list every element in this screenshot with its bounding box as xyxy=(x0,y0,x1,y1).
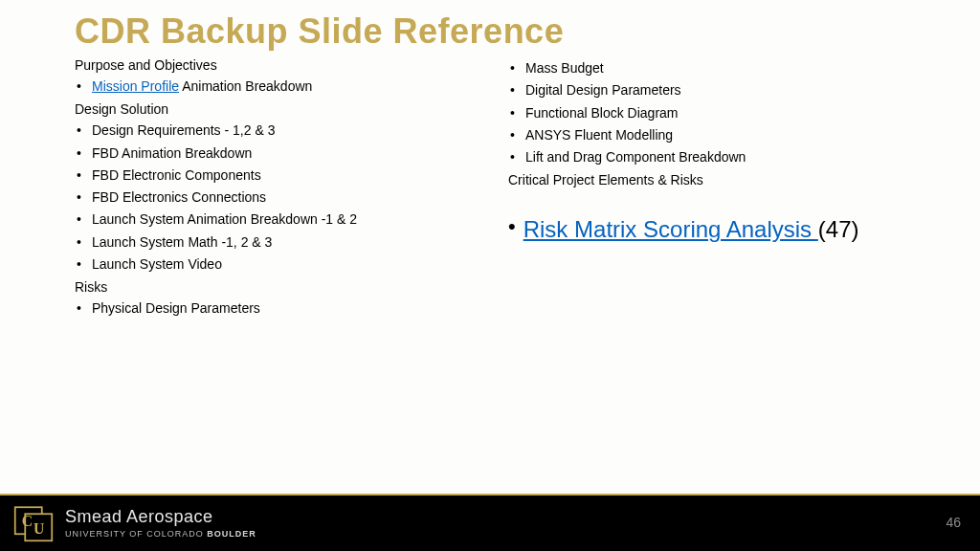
list-item: Launch System Video xyxy=(75,254,489,274)
list-item: Mission Profile Animation Breakdown xyxy=(75,77,489,96)
list-item-text: Physical Design Parameters xyxy=(92,300,260,316)
list-item: Lift and Drag Component Breakdown xyxy=(508,147,923,166)
section-heading-risks: Risks xyxy=(75,279,489,295)
list-item: Design Requirements - 1,2 & 3 xyxy=(75,121,489,140)
cu-logo-icon: C U xyxy=(13,502,54,542)
list-item-text: Launch System Animation Breakdown -1 & 2 xyxy=(92,211,357,227)
brand-text: Smead Aerospace UNIVERSITY OF COLORADO B… xyxy=(65,507,256,539)
big-link-container: Risk Matrix Scoring Analysis (47) xyxy=(523,214,859,244)
list-item: Digital Design Parameters xyxy=(508,80,923,99)
list-item-text: FBD Electronic Components xyxy=(92,167,261,183)
list-item: FBD Animation Breakdown xyxy=(75,143,489,163)
big-link-row: • Risk Matrix Scoring Analysis (47) xyxy=(508,214,923,244)
column-left: Purpose and Objectives Mission Profile A… xyxy=(75,55,508,474)
svg-text:U: U xyxy=(33,520,44,537)
list-item: FBD Electronic Components xyxy=(75,165,489,185)
footer-bar: C U Smead Aerospace UNIVERSITY OF COLORA… xyxy=(0,494,980,551)
bullet-icon: • xyxy=(508,214,516,239)
list-item: FBD Electronics Connections xyxy=(75,187,489,207)
list-item-text: Mass Budget xyxy=(525,60,604,76)
list-item: ANSYS Fluent Modelling xyxy=(508,125,923,144)
list-item: Physical Design Parameters xyxy=(75,298,489,318)
list-item-text: Functional Block Diagram xyxy=(525,105,679,121)
list-item-text: ANSYS Fluent Modelling xyxy=(525,127,673,143)
risk-matrix-link[interactable]: Risk Matrix Scoring Analysis xyxy=(523,216,818,242)
list-item-text: Design Requirements - 1,2 & 3 xyxy=(92,122,275,138)
brand-bottom-pre: UNIVERSITY OF COLORADO xyxy=(65,529,207,539)
list-item-text: Launch System Video xyxy=(92,256,222,272)
list-item-text: Animation Breakdown xyxy=(179,78,312,94)
list-item-text: Lift and Drag Component Breakdown xyxy=(525,149,746,165)
brand-bottom: UNIVERSITY OF COLORADO BOULDER xyxy=(65,529,256,539)
section-heading-cpe: Critical Project Elements & Risks xyxy=(508,172,923,187)
svg-text:C: C xyxy=(22,513,33,529)
list-item-text: FBD Electronics Connections xyxy=(92,189,266,205)
list-item: Functional Block Diagram xyxy=(508,103,923,122)
column-right: Mass Budget Digital Design Parameters Fu… xyxy=(508,55,942,474)
list-design: Design Requirements - 1,2 & 3 FBD Animat… xyxy=(75,121,489,274)
page-number: 46 xyxy=(946,515,961,530)
big-link-suffix: (47) xyxy=(818,216,859,242)
slide: CDR Backup Slide Reference Purpose and O… xyxy=(0,0,980,551)
brand-bottom-bold: BOULDER xyxy=(207,529,256,539)
list-item-text: Digital Design Parameters xyxy=(525,82,681,98)
section-heading-purpose: Purpose and Objectives xyxy=(75,57,489,73)
footer-stripe xyxy=(0,494,980,496)
list-risks-late: Physical Design Parameters xyxy=(75,298,489,318)
content-area: Purpose and Objectives Mission Profile A… xyxy=(75,55,942,474)
slide-title: CDR Backup Slide Reference xyxy=(75,11,564,52)
section-heading-design: Design Solution xyxy=(75,101,489,117)
list-right-top: Mass Budget Digital Design Parameters Fu… xyxy=(508,58,923,166)
list-item: Launch System Animation Breakdown -1 & 2 xyxy=(75,209,489,229)
list-item: Launch System Math -1, 2 & 3 xyxy=(75,232,489,252)
list-item: Mass Budget xyxy=(508,58,923,77)
list-purpose: Mission Profile Animation Breakdown xyxy=(75,77,489,96)
list-item-text: Launch System Math -1, 2 & 3 xyxy=(92,234,272,250)
brand-top: Smead Aerospace xyxy=(65,507,256,527)
mission-profile-link[interactable]: Mission Profile xyxy=(92,78,179,94)
list-item-text: FBD Animation Breakdown xyxy=(92,145,252,161)
